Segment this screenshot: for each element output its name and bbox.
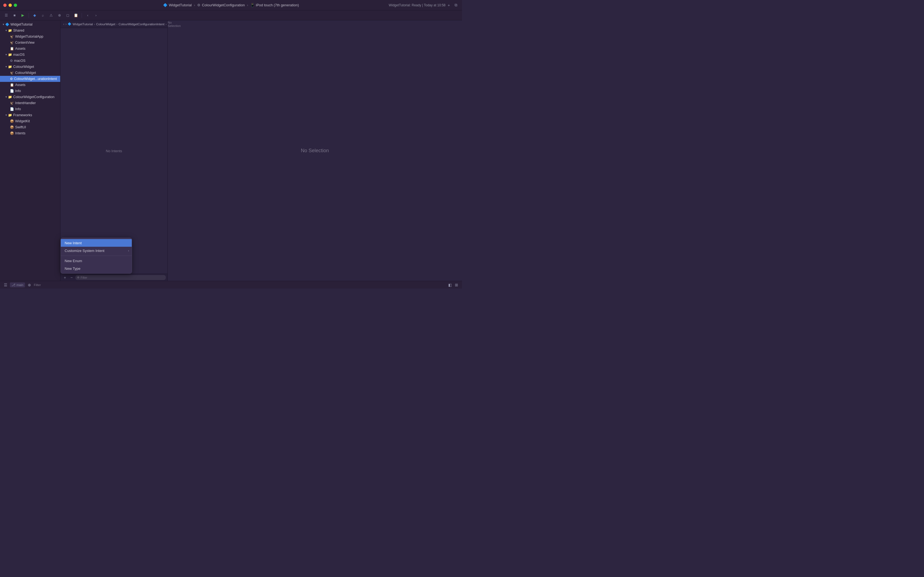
- sidebar-item-colourwidget-swift[interactable]: 🦅 ColourWidget: [0, 70, 60, 76]
- menu-item-label: New Type: [65, 266, 81, 271]
- intent-icon: ⚙: [10, 77, 13, 81]
- sidebar-item-info-config[interactable]: 📄 Info: [0, 106, 60, 112]
- sidebar-label: WidgetTutorialApp: [15, 35, 43, 39]
- sidebar-label: IntentHandler: [15, 101, 36, 105]
- toolbar: ☰ ■ ▶ ◆ ⌕ ⚠ ⊕ ◻ 📋 ‹ ›: [0, 10, 462, 20]
- add-tab-button[interactable]: +: [446, 2, 452, 8]
- nav-forward-icon[interactable]: ›: [65, 22, 66, 27]
- framework-icon: 📦: [10, 131, 14, 135]
- menu-item-label: New Intent: [65, 241, 82, 245]
- sidebar-toggle-bottom-button[interactable]: ☰: [3, 282, 8, 288]
- breakpoint-button[interactable]: ◆: [31, 12, 38, 19]
- assets-icon: 📋: [10, 83, 14, 87]
- folder-icon: 📁: [8, 53, 12, 56]
- chevron-icon: ▼: [2, 23, 5, 26]
- filter-box[interactable]: ⊕ Filter: [75, 275, 166, 280]
- sidebar-item-swiftui[interactable]: 📦 SwiftUI: [0, 124, 60, 130]
- chevron-icon: ▼: [5, 53, 7, 56]
- sidebar-item-intenthandler[interactable]: 🦅 IntentHandler: [0, 100, 60, 106]
- breadcrumb-sep2: ›: [116, 23, 118, 26]
- sidebar-item-info-widget[interactable]: 📄 Info: [0, 88, 60, 94]
- sidebar-item-colourwidgetconfig-group[interactable]: ▼ 📁 ColourWidgetConfiguration: [0, 94, 60, 100]
- sidebar-label: ColourWidget: [13, 65, 34, 69]
- sidebar-item-shared[interactable]: ▼ 📁 Shared: [0, 27, 60, 34]
- sidebar-item-colourwidget-group[interactable]: ▼ 📁 ColourWidget: [0, 64, 60, 70]
- sidebar-item-colourwidget-intent[interactable]: ⚙ ColourWidget...urationIntent: [0, 76, 60, 82]
- add-intent-button[interactable]: +: [62, 275, 68, 280]
- sidebar-label: macOS: [13, 53, 25, 56]
- sidebar-label: ContentView: [15, 41, 35, 45]
- remove-intent-button[interactable]: −: [69, 275, 74, 280]
- title-bar-center: 🔷 WidgetTutorial › ⚙ ColourWidgetConfigu…: [163, 3, 299, 7]
- sidebar-item-widgetkit[interactable]: 📦 WidgetKit: [0, 118, 60, 124]
- swift-icon: 🦅: [10, 101, 14, 105]
- panel-toggle-button[interactable]: ⊞: [454, 282, 459, 288]
- title-device: 📱 iPod touch (7th generation): [250, 3, 299, 7]
- chevron-icon: ▼: [5, 96, 7, 98]
- editor-mode-button[interactable]: ◧: [447, 282, 453, 288]
- sidebar-item-assets-widget[interactable]: 📋 Assets: [0, 82, 60, 88]
- sidebar-item-contentview[interactable]: 🦅 ContentView: [0, 40, 60, 46]
- framework-icon: 📦: [10, 125, 14, 129]
- nav-back-icon[interactable]: ‹: [63, 22, 65, 27]
- breadcrumb-project[interactable]: WidgetTutorial: [73, 23, 93, 26]
- chevron-icon: ▼: [5, 65, 7, 68]
- stop-button[interactable]: ■: [11, 12, 18, 19]
- project-name[interactable]: WidgetTutorial: [169, 3, 192, 7]
- play-button[interactable]: ▶: [19, 12, 26, 19]
- sidebar-item-assets-shared[interactable]: 📋 Assets: [0, 46, 60, 52]
- toolbar-sep-2: [82, 13, 82, 18]
- filter-bottom-button[interactable]: ⊕: [27, 282, 32, 288]
- split-editor-button[interactable]: ⧉: [453, 2, 459, 8]
- device-icon: 📱: [250, 3, 255, 7]
- no-selection-label: No Selection: [301, 148, 329, 153]
- bookmark-button[interactable]: ⊕: [56, 12, 63, 19]
- config-name[interactable]: ColourWidgetConfiguration: [202, 3, 245, 7]
- nav-back-button[interactable]: ‹: [84, 12, 91, 19]
- nav-forward-button[interactable]: ›: [92, 12, 100, 19]
- sidebar-item-macos-group[interactable]: ▼ 📁 macOS: [0, 52, 60, 58]
- sidebar-item-intents[interactable]: 📦 Intents: [0, 130, 60, 136]
- info-icon: 📄: [10, 107, 14, 111]
- sidebar-item-macos[interactable]: ⚙ macOS: [0, 58, 60, 64]
- sidebar-item-widgettutorial[interactable]: ▼ 🔷 WidgetTutorial: [0, 21, 60, 27]
- sidebar-toggle-button[interactable]: ☰: [3, 12, 10, 19]
- intents-panel: ‹ › 🔷 WidgetTutorial › ColourWidget › Co…: [60, 20, 168, 281]
- menu-item-customize-system-intent[interactable]: Customize System Intent ›: [61, 247, 132, 255]
- sidebar-item-widgettutorialapp[interactable]: 🦅 WidgetTutorialApp: [0, 34, 60, 40]
- toolbar-sep-1: [29, 13, 29, 18]
- assets-icon: 📋: [10, 47, 14, 50]
- title-bar: 🔷 WidgetTutorial › ⚙ ColourWidgetConfigu…: [0, 0, 462, 10]
- note-button[interactable]: 📋: [72, 12, 79, 19]
- warning-button[interactable]: ⚠: [48, 12, 55, 19]
- swift-icon: 🦅: [10, 41, 14, 45]
- submenu-arrow-icon: ›: [128, 249, 129, 252]
- close-button[interactable]: [3, 3, 6, 7]
- menu-item-new-enum[interactable]: New Enum: [61, 257, 132, 264]
- sidebar-label: WidgetKit: [15, 119, 30, 123]
- sidebar-label: macOS: [14, 59, 26, 63]
- sidebar-label: ColourWidget: [15, 71, 36, 75]
- menu-item-new-type[interactable]: New Type: [61, 264, 132, 272]
- breadcrumb-sep: ›: [94, 23, 95, 26]
- breadcrumb-intent[interactable]: ColourWidgetConfigurationIntent: [118, 23, 165, 26]
- chevron-icon: ▼: [5, 29, 7, 32]
- search-button[interactable]: ⌕: [39, 12, 47, 19]
- sidebar-item-frameworks-group[interactable]: ▼ 📁 Frameworks: [0, 112, 60, 118]
- maximize-button[interactable]: [14, 3, 17, 7]
- minimize-button[interactable]: [8, 3, 12, 7]
- sidebar-label: Frameworks: [13, 113, 32, 117]
- swift-icon: 🦅: [10, 71, 14, 75]
- project-icon: 🔷: [5, 23, 9, 26]
- content-area: ‹ › 🔷 WidgetTutorial › ColourWidget › Co…: [60, 20, 462, 281]
- branch-name: main: [16, 283, 23, 287]
- config-icon: ⚙: [197, 3, 200, 7]
- breadcrumb-sep3: ›: [166, 23, 166, 26]
- breadcrumb-widget[interactable]: ColourWidget: [96, 23, 115, 26]
- sidebar-label: ColourWidgetConfiguration: [13, 95, 55, 99]
- sidebar-label: Info: [15, 107, 21, 111]
- sidebar-label: WidgetTutorial: [10, 23, 32, 26]
- bottom-bar-right: ◧ ⊞: [447, 282, 459, 288]
- tag-button[interactable]: ◻: [64, 12, 71, 19]
- menu-item-new-intent[interactable]: New Intent: [61, 239, 132, 247]
